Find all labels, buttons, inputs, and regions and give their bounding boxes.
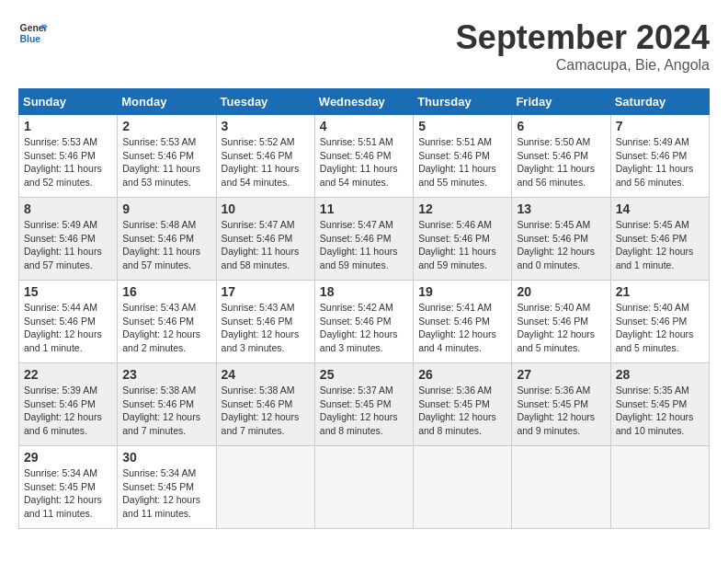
calendar-cell: 4Sunrise: 5:51 AM Sunset: 5:46 PM Daylig… <box>314 115 413 198</box>
calendar-cell: 20Sunrise: 5:40 AM Sunset: 5:46 PM Dayli… <box>512 281 610 363</box>
day-number: 29 <box>24 450 112 465</box>
week-row: 22Sunrise: 5:39 AM Sunset: 5:46 PM Dayli… <box>19 363 710 446</box>
calendar-cell: 27Sunrise: 5:36 AM Sunset: 5:45 PM Dayli… <box>512 363 610 446</box>
day-info: Sunrise: 5:38 AM Sunset: 5:46 PM Dayligh… <box>122 384 210 438</box>
day-number: 9 <box>122 201 210 216</box>
calendar-cell: 2Sunrise: 5:53 AM Sunset: 5:46 PM Daylig… <box>118 115 216 198</box>
day-number: 10 <box>222 201 310 216</box>
calendar-cell: 12Sunrise: 5:46 AM Sunset: 5:46 PM Dayli… <box>414 198 512 281</box>
week-row: 1Sunrise: 5:53 AM Sunset: 5:46 PM Daylig… <box>19 115 710 198</box>
day-info: Sunrise: 5:48 AM Sunset: 5:46 PM Dayligh… <box>122 218 210 272</box>
day-number: 28 <box>616 367 704 382</box>
title-block: September 2024 Camacupa, Bie, Angola <box>456 18 710 74</box>
day-info: Sunrise: 5:43 AM Sunset: 5:46 PM Dayligh… <box>122 301 210 355</box>
day-info: Sunrise: 5:39 AM Sunset: 5:46 PM Dayligh… <box>24 384 112 438</box>
calendar-cell: 17Sunrise: 5:43 AM Sunset: 5:46 PM Dayli… <box>216 281 314 363</box>
col-header-sunday: Sunday <box>19 89 118 115</box>
day-info: Sunrise: 5:47 AM Sunset: 5:46 PM Dayligh… <box>222 218 310 272</box>
calendar-cell: 3Sunrise: 5:52 AM Sunset: 5:46 PM Daylig… <box>216 115 314 198</box>
week-row: 29Sunrise: 5:34 AM Sunset: 5:45 PM Dayli… <box>19 446 710 529</box>
day-number: 27 <box>517 367 605 382</box>
day-info: Sunrise: 5:36 AM Sunset: 5:45 PM Dayligh… <box>418 384 506 438</box>
day-number: 25 <box>320 367 408 382</box>
day-info: Sunrise: 5:51 AM Sunset: 5:46 PM Dayligh… <box>418 135 506 190</box>
calendar-cell: 16Sunrise: 5:43 AM Sunset: 5:46 PM Dayli… <box>118 281 216 363</box>
day-info: Sunrise: 5:51 AM Sunset: 5:46 PM Dayligh… <box>320 135 408 190</box>
calendar-cell <box>414 446 512 529</box>
day-info: Sunrise: 5:40 AM Sunset: 5:46 PM Dayligh… <box>616 301 704 355</box>
calendar-cell: 11Sunrise: 5:47 AM Sunset: 5:46 PM Dayli… <box>314 198 413 281</box>
day-info: Sunrise: 5:45 AM Sunset: 5:46 PM Dayligh… <box>517 218 605 272</box>
calendar-cell <box>314 446 413 529</box>
day-info: Sunrise: 5:36 AM Sunset: 5:45 PM Dayligh… <box>517 384 605 438</box>
calendar-table: SundayMondayTuesdayWednesdayThursdayFrid… <box>18 88 710 529</box>
calendar-cell: 5Sunrise: 5:51 AM Sunset: 5:46 PM Daylig… <box>414 115 512 198</box>
day-info: Sunrise: 5:50 AM Sunset: 5:46 PM Dayligh… <box>517 135 605 190</box>
day-number: 17 <box>222 284 310 299</box>
calendar-cell <box>216 446 314 529</box>
day-number: 6 <box>517 119 605 133</box>
day-info: Sunrise: 5:49 AM Sunset: 5:46 PM Dayligh… <box>616 135 704 190</box>
day-info: Sunrise: 5:35 AM Sunset: 5:45 PM Dayligh… <box>616 384 704 438</box>
calendar-cell: 28Sunrise: 5:35 AM Sunset: 5:45 PM Dayli… <box>610 363 709 446</box>
day-info: Sunrise: 5:53 AM Sunset: 5:46 PM Dayligh… <box>24 135 112 190</box>
day-info: Sunrise: 5:44 AM Sunset: 5:46 PM Dayligh… <box>24 301 112 355</box>
calendar-cell: 26Sunrise: 5:36 AM Sunset: 5:45 PM Dayli… <box>414 363 512 446</box>
day-number: 20 <box>517 284 605 299</box>
day-number: 11 <box>320 201 408 216</box>
header-row: SundayMondayTuesdayWednesdayThursdayFrid… <box>19 89 710 115</box>
week-row: 15Sunrise: 5:44 AM Sunset: 5:46 PM Dayli… <box>19 281 710 363</box>
col-header-monday: Monday <box>118 89 216 115</box>
day-number: 24 <box>222 367 310 382</box>
calendar-cell: 9Sunrise: 5:48 AM Sunset: 5:46 PM Daylig… <box>118 198 216 281</box>
svg-text:Blue: Blue <box>20 34 41 44</box>
calendar-cell: 7Sunrise: 5:49 AM Sunset: 5:46 PM Daylig… <box>610 115 709 198</box>
calendar-cell: 25Sunrise: 5:37 AM Sunset: 5:45 PM Dayli… <box>314 363 413 446</box>
day-info: Sunrise: 5:46 AM Sunset: 5:46 PM Dayligh… <box>418 218 506 272</box>
week-row: 8Sunrise: 5:49 AM Sunset: 5:46 PM Daylig… <box>19 198 710 281</box>
day-number: 5 <box>418 119 506 133</box>
day-info: Sunrise: 5:42 AM Sunset: 5:46 PM Dayligh… <box>320 301 408 355</box>
day-number: 14 <box>616 201 704 216</box>
day-number: 19 <box>418 284 506 299</box>
day-number: 21 <box>616 284 704 299</box>
calendar-cell <box>512 446 610 529</box>
day-number: 8 <box>24 201 112 216</box>
calendar-cell: 29Sunrise: 5:34 AM Sunset: 5:45 PM Dayli… <box>19 446 118 529</box>
calendar-cell: 24Sunrise: 5:38 AM Sunset: 5:46 PM Dayli… <box>216 363 314 446</box>
day-info: Sunrise: 5:43 AM Sunset: 5:46 PM Dayligh… <box>222 301 310 355</box>
day-info: Sunrise: 5:40 AM Sunset: 5:46 PM Dayligh… <box>517 301 605 355</box>
col-header-friday: Friday <box>512 89 610 115</box>
day-number: 23 <box>122 367 210 382</box>
day-number: 2 <box>122 119 210 133</box>
calendar-cell: 13Sunrise: 5:45 AM Sunset: 5:46 PM Dayli… <box>512 198 610 281</box>
day-number: 13 <box>517 201 605 216</box>
col-header-tuesday: Tuesday <box>216 89 314 115</box>
day-info: Sunrise: 5:45 AM Sunset: 5:46 PM Dayligh… <box>616 218 704 272</box>
day-info: Sunrise: 5:37 AM Sunset: 5:45 PM Dayligh… <box>320 384 408 438</box>
day-number: 1 <box>24 119 112 133</box>
calendar-cell: 10Sunrise: 5:47 AM Sunset: 5:46 PM Dayli… <box>216 198 314 281</box>
day-number: 4 <box>320 119 408 133</box>
day-number: 16 <box>122 284 210 299</box>
calendar-cell: 19Sunrise: 5:41 AM Sunset: 5:46 PM Dayli… <box>414 281 512 363</box>
calendar-cell: 23Sunrise: 5:38 AM Sunset: 5:46 PM Dayli… <box>118 363 216 446</box>
page-header: General Blue September 2024 Camacupa, Bi… <box>18 18 710 74</box>
calendar-cell: 22Sunrise: 5:39 AM Sunset: 5:46 PM Dayli… <box>19 363 118 446</box>
col-header-thursday: Thursday <box>414 89 512 115</box>
location: Camacupa, Bie, Angola <box>456 57 710 74</box>
calendar-cell: 6Sunrise: 5:50 AM Sunset: 5:46 PM Daylig… <box>512 115 610 198</box>
calendar-cell: 18Sunrise: 5:42 AM Sunset: 5:46 PM Dayli… <box>314 281 413 363</box>
day-number: 15 <box>24 284 112 299</box>
day-number: 26 <box>418 367 506 382</box>
logo-icon: General Blue <box>18 18 48 48</box>
col-header-wednesday: Wednesday <box>314 89 413 115</box>
month-title: September 2024 <box>456 18 710 57</box>
calendar-cell: 15Sunrise: 5:44 AM Sunset: 5:46 PM Dayli… <box>19 281 118 363</box>
day-number: 18 <box>320 284 408 299</box>
calendar-cell: 14Sunrise: 5:45 AM Sunset: 5:46 PM Dayli… <box>610 198 709 281</box>
day-number: 3 <box>222 119 310 133</box>
day-number: 30 <box>122 450 210 465</box>
day-info: Sunrise: 5:41 AM Sunset: 5:46 PM Dayligh… <box>418 301 506 355</box>
logo: General Blue <box>18 18 48 48</box>
